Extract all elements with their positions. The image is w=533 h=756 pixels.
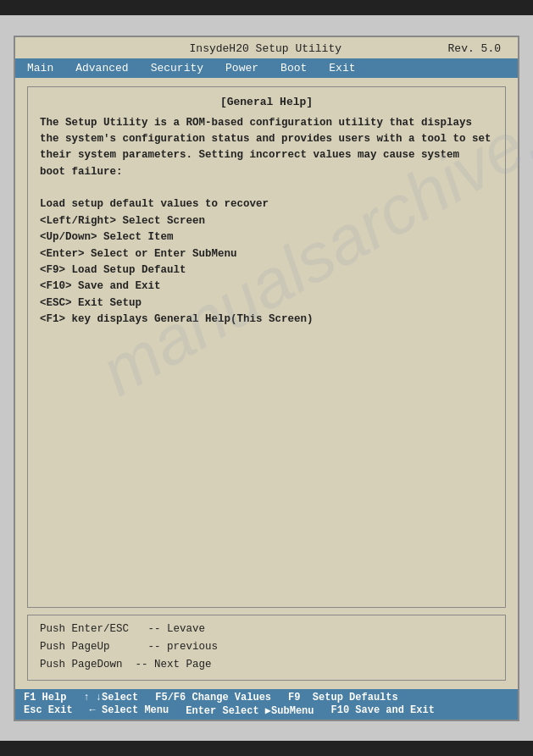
help-line-5: Load setup default values to recover — [40, 196, 493, 212]
menu-item-advanced[interactable]: Advanced — [72, 61, 131, 75]
status-line-1: Push Enter/ESC -- Levave — [40, 621, 493, 638]
help-line-6: <Left/Right> Select Screen — [40, 213, 493, 229]
bottom-row-1: F1 Help ↑ ↓Select F5/F6 Change Values F9… — [24, 692, 509, 704]
help-text: The Setup Utility is a ROM-based configu… — [40, 115, 493, 328]
help-line-2: the system's configuration status and pr… — [40, 131, 493, 147]
app-rev: Rev. 5.0 — [448, 42, 501, 55]
help-line-11: <ESC> Exit Setup — [40, 295, 493, 312]
bottom-f9: F9 Setup Defaults — [288, 692, 398, 704]
app-title: InsydeH20 Setup Utility — [83, 42, 448, 55]
menu-item-exit[interactable]: Exit — [325, 61, 358, 75]
status-line-2: Push PageUp -- previous — [40, 638, 493, 656]
help-box: [General Help] The Setup Utility is a RO… — [27, 86, 506, 608]
help-line-7: <Up/Down> Select Item — [40, 229, 493, 246]
bottom-f10: F10 Save and Exit — [330, 704, 434, 716]
menu-item-security[interactable]: Security — [147, 61, 207, 75]
help-line-3: their system parameters. Setting incorre… — [40, 147, 493, 163]
top-black-bar — [0, 0, 533, 15]
help-line-4: boot failure: — [40, 164, 493, 180]
help-line-9: <F9> Load Setup Default — [40, 262, 493, 279]
status-box: Push Enter/ESC -- Levave Push PageUp -- … — [27, 615, 506, 681]
help-line-12: <F1> key displays General Help(This Scre… — [40, 312, 493, 328]
status-line-3: Push PageDown -- Next Page — [40, 656, 493, 674]
bottom-bar: F1 Help ↑ ↓Select F5/F6 Change Values F9… — [15, 689, 518, 720]
bottom-f5f6: F5/F6 Change Values — [155, 692, 271, 704]
menu-item-power[interactable]: Power — [222, 61, 262, 75]
bottom-black-bar — [0, 741, 533, 756]
help-line-1: The Setup Utility is a ROM-based configu… — [40, 115, 493, 131]
help-title: [General Help] — [40, 96, 493, 108]
help-line-8: <Enter> Select or Enter SubMenu — [40, 246, 493, 262]
bottom-esc: Esc Exit — [24, 704, 73, 716]
bios-window: InsydeH20 Setup Utility Rev. 5.0 Main Ad… — [14, 36, 519, 721]
bottom-select-menu: ← Select Menu — [90, 704, 169, 716]
bottom-row-2: Esc Exit ← Select Menu Enter Select ▶Sub… — [24, 704, 509, 717]
title-bar: InsydeH20 Setup Utility Rev. 5.0 — [15, 37, 518, 58]
content-area: [General Help] The Setup Utility is a RO… — [15, 78, 518, 689]
menu-item-main[interactable]: Main — [24, 61, 57, 75]
menu-bar: Main Advanced Security Power Boot Exit — [15, 58, 518, 78]
help-spacer — [40, 180, 493, 196]
bottom-select: ↑ ↓Select — [83, 692, 138, 704]
menu-item-boot[interactable]: Boot — [277, 61, 310, 75]
bottom-f1: F1 Help — [24, 692, 66, 704]
help-line-10: <F10> Save and Exit — [40, 279, 493, 295]
bottom-enter: Enter Select ▶SubMenu — [186, 704, 314, 717]
